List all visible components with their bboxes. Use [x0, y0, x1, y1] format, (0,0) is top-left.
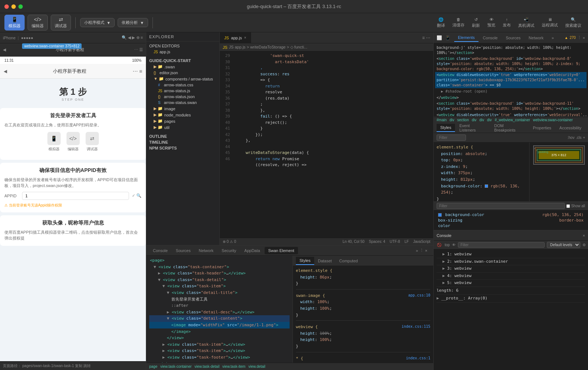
bc-section[interactable]: section [457, 118, 469, 122]
bottom-settings-icon[interactable]: ⋮ [420, 248, 424, 253]
nav-more[interactable]: ⋯ ≡ [133, 68, 142, 74]
console-item-5[interactable]: ▶ 5: webview [437, 280, 585, 287]
console-filter-input[interactable] [458, 242, 545, 248]
expand-icon-3[interactable]: ▶ [442, 266, 445, 272]
publish-button[interactable]: ↑ 发布 [501, 16, 513, 30]
clear-cache-button[interactable]: 🗑 清缓存 [450, 16, 467, 30]
swan-tab-dataset[interactable]: Dataset [314, 257, 336, 265]
console-settings-icon[interactable]: ⚙ [582, 243, 586, 247]
project-item[interactable]: GUIDE-QUICK-START [146, 58, 219, 64]
devtools-inspect-icon[interactable]: ⬜ [437, 35, 442, 40]
appid-input[interactable] [22, 192, 129, 200]
editor-menu-icon[interactable]: ≡ ⋯ [422, 35, 430, 40]
dom-line-7[interactable]: ::after [149, 302, 290, 309]
device-debug-button[interactable]: 📲 真机调试 [516, 16, 537, 30]
devtools-device-icon[interactable]: 📱 [445, 35, 451, 40]
console-eye-icon[interactable]: 👁 [452, 243, 456, 247]
translate-button[interactable]: 🌐 翻译 [435, 16, 447, 30]
preview-button[interactable]: 👁 预览 [485, 16, 498, 30]
dom-line-4[interactable]: ▼ <view class="task-item"> [149, 283, 290, 290]
console-item-proto[interactable]: ▶ __proto__: Array(0) [437, 295, 585, 303]
html-line-3[interactable]: <webview disablewebsecurity='true' webpr… [435, 72, 587, 88]
bc-div4[interactable]: div [487, 118, 492, 122]
minimize-window-button[interactable] [11, 4, 16, 9]
styles-tab-access[interactable]: Accessibility [556, 124, 585, 132]
expand-proto[interactable]: ▶ [437, 295, 439, 302]
bc-div[interactable]: div [449, 118, 454, 122]
simulator-button[interactable]: 📱 模拟器 [4, 15, 25, 30]
close-window-button[interactable] [4, 4, 9, 9]
show-all-checkbox[interactable]: Show all [566, 204, 585, 208]
pages-folder[interactable]: ▶ 📁 pages [146, 118, 219, 124]
console-clear-btn[interactable]: 🚫 [436, 243, 442, 247]
computed-filter-input[interactable] [437, 203, 565, 209]
expand-icon-4[interactable]: ▶ [442, 273, 445, 279]
styles-tab-props[interactable]: Properties [529, 124, 555, 132]
expand-icon-1[interactable]: ▶ [442, 251, 445, 258]
html-line-6[interactable]: <section class='webview-background' id='… [435, 101, 587, 112]
mode-dropdown[interactable]: 小程序模式 ▼ [80, 18, 115, 27]
tab-network-dt[interactable]: Network [525, 34, 547, 42]
swan-tab-computed[interactable]: Computed [336, 257, 362, 265]
open-editors-item[interactable]: OPEN EDITORS [146, 43, 219, 49]
dom-line-15[interactable]: ▶ <view class="task-footer">…</view> [149, 354, 290, 361]
breadcrumb-view-detail[interactable]: view.detail [248, 364, 265, 369]
bc-main[interactable]: #main [437, 118, 447, 122]
outline-item[interactable]: OUTLINE [146, 133, 219, 139]
tab-close-icon[interactable]: × [244, 36, 246, 40]
html-line-4[interactable]: ▶ #shadow-root (open) [435, 88, 587, 94]
devtools-close-icon[interactable]: × [583, 36, 585, 40]
swan-tab-styles[interactable]: Styles [296, 257, 314, 265]
maximize-window-button[interactable] [18, 4, 23, 9]
app-js-item[interactable]: JS app.js [146, 49, 219, 55]
components-folder[interactable]: ▼ 📁 components / arrow-status [146, 76, 219, 82]
editor-button[interactable]: </> 编辑器 [28, 15, 48, 30]
tab-sources[interactable]: Sources [172, 247, 194, 254]
html-line-2[interactable]: <section class='webview-background' id='… [435, 56, 587, 72]
console-item-2[interactable]: ▶ 2: webview.swan-container [437, 258, 585, 266]
dom-line-12[interactable]: </view> [149, 335, 290, 341]
remote-debug-button[interactable]: 🖥 远程调试 [539, 16, 560, 30]
tab-network[interactable]: Network [195, 247, 217, 254]
dom-line-2[interactable]: ▶ <view class="task-header">…</view> [149, 270, 290, 277]
npm-scripts-item[interactable]: NPM SCRIPTS [146, 145, 219, 151]
debugger-button[interactable]: ⇄ 调试器 [51, 15, 71, 30]
dom-line-5[interactable]: ▼ <view class="detail-title"> [149, 290, 290, 296]
node-modules-folder[interactable]: ▶ 📁 node_modules [146, 112, 219, 118]
back-arrow[interactable]: ◀ [4, 69, 7, 74]
editor-tab-appjs[interactable]: JS app.js × [220, 32, 251, 43]
arrow-css-item[interactable]: # arrow-status.css [146, 82, 219, 88]
styles-tab-dom[interactable]: DOM Breakpoints [491, 122, 528, 134]
dom-line-10[interactable]: <image mode="widthFix" src="/image/1-1.p… [149, 322, 290, 328]
swan-folder[interactable]: ▶ 📁 .swan [146, 64, 219, 70]
breadcrumb-task-item[interactable]: view.task-item [222, 364, 245, 369]
tab-swan-element[interactable]: Swan Element [265, 247, 298, 254]
dom-line-11[interactable]: </image> [149, 328, 290, 335]
breadcrumb-task-detail[interactable]: view.task-detail [194, 364, 219, 369]
bottom-more-icon[interactable]: » [416, 248, 418, 253]
breadcrumb-page[interactable]: page [149, 364, 157, 369]
dom-line-13[interactable]: ▶ <view class="task-item">…</view> [149, 341, 290, 348]
dependency-dropdown[interactable]: 依赖分析 ▼ [118, 18, 148, 27]
add-rule-btn[interactable]: + [583, 136, 585, 140]
styles-tab-styles[interactable]: Styles [437, 124, 455, 132]
tab-security[interactable]: Security [218, 247, 240, 254]
arrow-js-item[interactable]: JS arrow-status.js [146, 88, 219, 94]
html-line-7[interactable]: <webview disablewebsecurity='true' webpr… [435, 112, 587, 117]
search-suggest-button[interactable]: 🔍 搜索建议 [563, 16, 584, 30]
bottom-close-icon[interactable]: × [425, 248, 427, 253]
styles-filter-input[interactable] [437, 134, 466, 141]
arrow-json-item[interactable]: {} arrow-status.json [146, 94, 219, 100]
dom-line-14[interactable]: ▶ <view class="task-item">…</view> [149, 348, 290, 354]
devtools-settings-icon[interactable]: ⋮ [577, 35, 581, 40]
refresh-button[interactable]: ↺ 刷新 [470, 16, 482, 30]
cls-btn[interactable]: .cls [576, 136, 581, 140]
editor-json-item[interactable]: {} editor.json [146, 70, 219, 76]
code-content[interactable]: 'swan-quick-st art-tasksData' , success:… [233, 51, 433, 238]
arrow-swan-item[interactable]: S arrow-status.swan [146, 100, 219, 105]
dom-line-1[interactable]: ▼ <view class="task-container"> [149, 264, 290, 270]
console-item-3[interactable]: ▶ 3: webview [437, 265, 585, 273]
pseudo-btn[interactable]: :hov [567, 136, 574, 140]
bc-webview-swan[interactable]: webview.swan-container [533, 118, 573, 122]
util-folder[interactable]: ▶ 📁 util [146, 124, 219, 130]
